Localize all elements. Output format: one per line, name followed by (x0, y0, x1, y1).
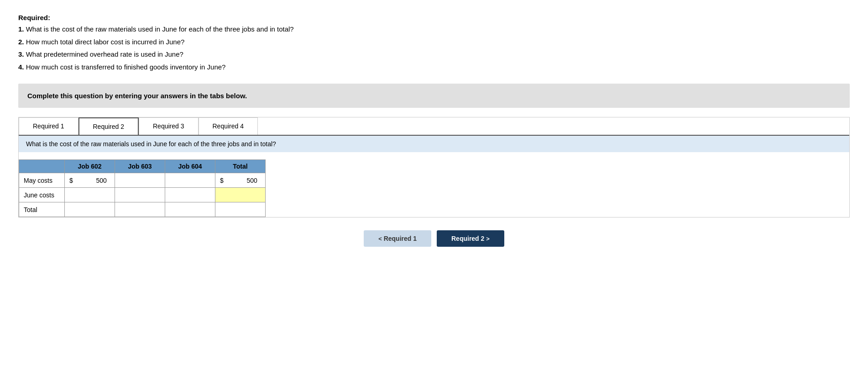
cell-june-total (215, 188, 266, 202)
input-may-job602[interactable] (75, 177, 107, 184)
cell-june-job602 (65, 188, 115, 202)
cell-wrapper-may-job602: $ (69, 177, 110, 184)
tab-required-1[interactable]: Required 1 (19, 117, 78, 135)
cell-may-job602: $ (65, 173, 115, 188)
item-text-1: What is the cost of the raw materials us… (26, 25, 294, 33)
header-total: Total (215, 160, 266, 173)
tab-content: What is the cost of the raw materials us… (19, 136, 849, 217)
input-may-job604[interactable] (172, 177, 204, 184)
dollar-may-job602: $ (69, 177, 73, 184)
required-item-2: 2. How much total direct labor cost is i… (18, 36, 850, 48)
prev-arrow: < (378, 235, 382, 242)
table-row-may: May costs $ (19, 173, 266, 188)
cell-june-job603 (115, 188, 165, 202)
row-label-june: June costs (19, 188, 65, 202)
input-total-job602[interactable] (69, 206, 101, 213)
cell-wrapper-june-total (220, 191, 261, 199)
table-row-total: Total (19, 202, 266, 217)
table-row-june: June costs (19, 188, 266, 202)
data-table: Job 602 Job 603 Job 604 Total May costs … (19, 159, 266, 217)
required-list: 1. What is the cost of the raw materials… (18, 23, 850, 73)
row-label-total: Total (19, 202, 65, 217)
prev-button[interactable]: < Required 1 (364, 230, 431, 247)
input-june-job602[interactable] (69, 191, 101, 199)
required-item-4: 4. How much cost is transferred to finis… (18, 61, 850, 73)
input-june-job604[interactable] (170, 191, 202, 199)
cell-wrapper-total-job604 (170, 206, 210, 213)
required-item-3: 3. What predetermined overhead rate is u… (18, 48, 850, 60)
item-text-3: What predetermined overhead rate is used… (26, 50, 183, 58)
cell-wrapper-may-total: $ (220, 177, 261, 184)
dollar-may-total: $ (220, 177, 224, 184)
header-job603: Job 603 (115, 160, 165, 173)
input-may-job603[interactable] (121, 177, 153, 184)
cell-total-job602 (65, 202, 115, 217)
cell-wrapper-may-job603 (120, 177, 160, 184)
cell-total-job604 (165, 202, 215, 217)
item-number-4: 4. (18, 63, 24, 71)
cell-total-total (215, 202, 266, 217)
cell-wrapper-june-job603 (120, 191, 160, 199)
tab-required-4[interactable]: Required 4 (199, 117, 258, 135)
input-total-total[interactable] (220, 206, 252, 213)
input-june-job603[interactable] (120, 191, 152, 199)
cell-wrapper-june-job602 (69, 191, 110, 199)
header-job602: Job 602 (65, 160, 115, 173)
tabs-row: Required 1 Required 2 Required 3 Require… (19, 117, 849, 136)
next-label: Required 2 (451, 235, 484, 242)
instruction-text: Complete this question by entering your … (27, 92, 247, 100)
question-text: What is the cost of the raw materials us… (26, 140, 276, 148)
item-number-2: 2. (18, 38, 24, 46)
row-label-may: May costs (19, 173, 65, 188)
cell-wrapper-may-job604 (170, 177, 210, 184)
input-total-job604[interactable] (170, 206, 202, 213)
table-header-row: Job 602 Job 603 Job 604 Total (19, 160, 266, 173)
tabs-container: Required 1 Required 2 Required 3 Require… (18, 117, 850, 218)
input-may-total[interactable] (225, 177, 257, 184)
required-section: Required: 1. What is the cost of the raw… (18, 14, 850, 73)
tab-required-2[interactable]: Required 2 (78, 117, 139, 135)
cell-may-job604 (165, 173, 215, 188)
item-text-2: How much total direct labor cost is incu… (26, 38, 185, 46)
next-arrow: > (486, 235, 490, 242)
cell-wrapper-total-total (220, 206, 261, 213)
cell-may-total: $ (215, 173, 266, 188)
cell-june-job604 (165, 188, 215, 202)
cell-wrapper-total-job603 (120, 206, 160, 213)
input-total-job603[interactable] (120, 206, 152, 213)
required-title: Required: (18, 14, 850, 21)
cell-wrapper-june-job604 (170, 191, 210, 199)
cell-total-job603 (115, 202, 165, 217)
header-empty (19, 160, 65, 173)
cell-wrapper-total-job602 (69, 206, 110, 213)
tab-required-3[interactable]: Required 3 (139, 117, 199, 135)
input-june-total[interactable] (220, 191, 252, 199)
nav-buttons: < Required 1 Required 2 > (18, 230, 850, 247)
item-text-4: How much cost is transferred to finished… (26, 63, 226, 71)
item-number-1: 1. (18, 25, 24, 33)
question-banner: What is the cost of the raw materials us… (19, 136, 849, 152)
required-item-1: 1. What is the cost of the raw materials… (18, 23, 850, 35)
next-button[interactable]: Required 2 > (437, 230, 504, 247)
header-job604: Job 604 (165, 160, 215, 173)
cell-may-job603 (115, 173, 165, 188)
prev-label: Required 1 (384, 235, 417, 242)
table-wrapper: Job 602 Job 603 Job 604 Total May costs … (19, 152, 849, 217)
instruction-box: Complete this question by entering your … (18, 84, 850, 108)
item-number-3: 3. (18, 50, 24, 58)
